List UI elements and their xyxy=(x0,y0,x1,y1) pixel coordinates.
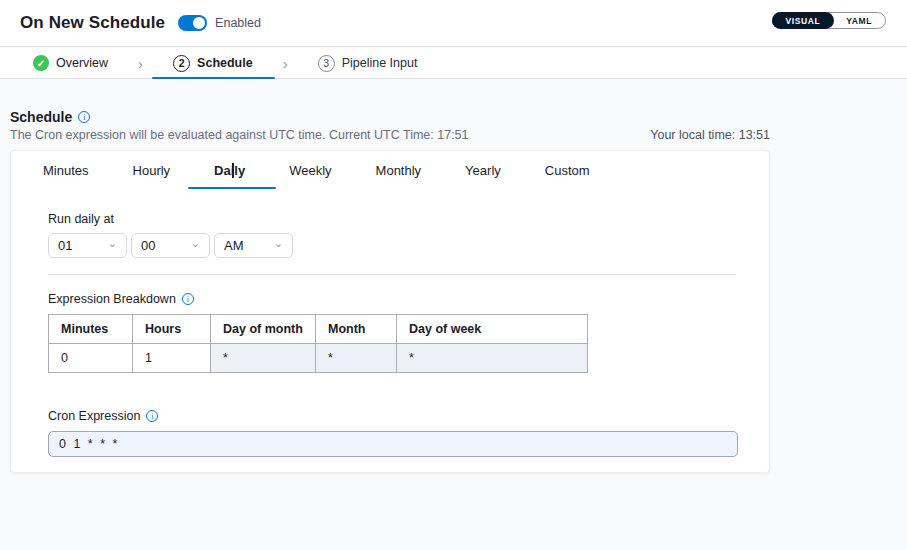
hour-select[interactable]: 01 xyxy=(48,233,127,258)
chevron-down-icon xyxy=(274,241,283,247)
cron-expression-input[interactable] xyxy=(48,431,738,457)
text-cursor-artifact xyxy=(232,163,234,178)
expression-breakdown-label: Expression Breakdown xyxy=(48,292,194,306)
schedule-section-heading: Schedule xyxy=(10,109,90,125)
step-schedule-label: Schedule xyxy=(197,56,253,70)
visual-view-button[interactable]: VISUAL xyxy=(772,12,835,29)
page-title: On New Schedule xyxy=(20,13,165,33)
step-schedule[interactable]: 2 Schedule xyxy=(173,48,253,78)
section-divider xyxy=(48,274,736,275)
enabled-toggle[interactable]: Enabled xyxy=(178,15,261,31)
expression-breakdown-table: Minutes Hours Day of month Month Day of … xyxy=(48,314,588,373)
time-selectors: 01 00 AM xyxy=(48,233,293,258)
step-overview[interactable]: Overview xyxy=(33,48,108,78)
tab-weekly[interactable]: Weekly xyxy=(289,151,331,189)
toggle-switch-icon[interactable] xyxy=(178,15,207,31)
tab-daily[interactable]: Daily xyxy=(214,151,245,189)
col-header-hours: Hours xyxy=(133,315,211,344)
tab-yearly[interactable]: Yearly xyxy=(465,151,501,189)
table-header-row: Minutes Hours Day of month Month Day of … xyxy=(49,315,588,344)
utc-time-description: The Cron expression will be evaluated ag… xyxy=(10,128,469,142)
tab-custom[interactable]: Custom xyxy=(545,151,590,189)
trigger-schedule-page: On New Schedule Enabled VISUAL YAML Over… xyxy=(0,0,907,550)
hour-select-value: 01 xyxy=(58,238,72,253)
expression-breakdown-text: Expression Breakdown xyxy=(48,292,176,306)
col-header-day-of-month: Day of month xyxy=(211,315,316,344)
col-header-month: Month xyxy=(316,315,397,344)
frequency-tabs: Minutes Hourly Daily Weekly Monthly Year… xyxy=(43,151,590,189)
schedule-heading-text: Schedule xyxy=(10,109,72,125)
check-circle-icon xyxy=(33,55,49,71)
info-icon[interactable] xyxy=(78,111,90,123)
cron-expression-text: Cron Expression xyxy=(48,409,140,423)
run-daily-at-label: Run daily at xyxy=(48,212,114,226)
wizard-stepper: Overview 2 Schedule 3 Pipeline Input xyxy=(0,48,907,79)
step-pipeline-input[interactable]: 3 Pipeline Input xyxy=(318,48,418,78)
day-of-month-value-cell: * xyxy=(211,344,316,373)
chevron-right-icon xyxy=(283,56,288,71)
tab-minutes[interactable]: Minutes xyxy=(43,151,89,189)
step-2-number-icon: 2 xyxy=(173,55,190,72)
col-header-minutes: Minutes xyxy=(49,315,133,344)
enabled-toggle-label: Enabled xyxy=(215,16,261,30)
minute-select-value: 00 xyxy=(141,238,155,253)
meridiem-select-value: AM xyxy=(224,238,244,253)
hours-value-cell: 1 xyxy=(133,344,211,373)
local-time-text: Your local time: 13:51 xyxy=(650,128,770,142)
minute-select[interactable]: 00 xyxy=(131,233,210,258)
step-3-number-icon: 3 xyxy=(318,55,335,72)
step-overview-label: Overview xyxy=(56,56,108,70)
step-pipeline-input-label: Pipeline Input xyxy=(342,56,418,70)
chevron-right-icon xyxy=(138,56,143,71)
meridiem-select[interactable]: AM xyxy=(214,233,293,258)
yaml-view-button[interactable]: YAML xyxy=(833,13,885,28)
tab-monthly[interactable]: Monthly xyxy=(376,151,422,189)
tab-hourly[interactable]: Hourly xyxy=(133,151,171,189)
chevron-down-icon xyxy=(191,241,200,247)
chevron-down-icon xyxy=(108,241,117,247)
tab-daily-label: Daily xyxy=(214,163,245,178)
day-of-week-value-cell: * xyxy=(397,344,588,373)
visual-yaml-switch: VISUAL YAML xyxy=(772,12,886,29)
minutes-value-cell: 0 xyxy=(49,344,133,373)
info-icon[interactable] xyxy=(182,293,194,305)
toggle-knob xyxy=(193,17,205,29)
month-value-cell: * xyxy=(316,344,397,373)
col-header-day-of-week: Day of week xyxy=(397,315,588,344)
info-icon[interactable] xyxy=(146,410,158,422)
schedule-card: Minutes Hourly Daily Weekly Monthly Year… xyxy=(10,150,770,473)
title-bar: On New Schedule Enabled VISUAL YAML xyxy=(0,0,907,47)
cron-expression-label: Cron Expression xyxy=(48,409,158,423)
table-value-row: 0 1 * * * xyxy=(49,344,588,373)
